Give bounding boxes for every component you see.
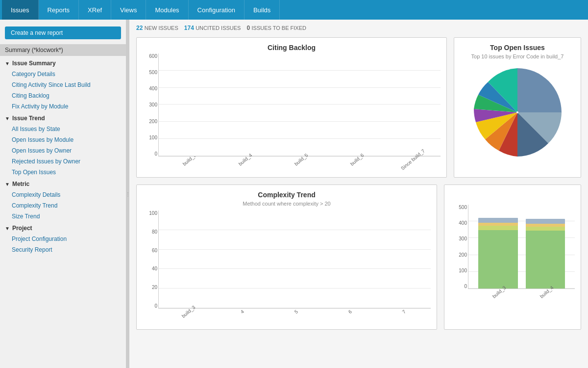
main-area: Create a new report Summary (*klocwork*)…	[0, 20, 588, 368]
sb-y-0: 0	[464, 284, 467, 289]
expand-icon: ▼	[5, 61, 10, 66]
sb-seg-green-3	[478, 230, 518, 289]
sidebar-section-header-project[interactable]: ▼Project	[0, 223, 126, 234]
ct-y-label-20: 20	[152, 285, 157, 290]
new-issues-stat: 22 NEW ISSUES	[136, 25, 178, 31]
svg-point-0	[516, 111, 518, 113]
ct-x-build-4: 4	[216, 309, 265, 323]
sb-y-400: 400	[459, 220, 467, 226]
to-fix-count: 0	[246, 25, 250, 31]
sidebar-item-project-configuration[interactable]: Project Configuration	[0, 234, 126, 244]
top-open-issues-chart: Top Open Issues Top 10 issues by Error C…	[454, 37, 581, 178]
y-label-400: 400	[149, 86, 157, 91]
sb-seg-green-4	[526, 231, 565, 289]
sidebar-item-complexity-details[interactable]: Complexity Details	[0, 189, 126, 200]
sidebar-item-top-open-issues[interactable]: Top Open Issues	[0, 167, 126, 178]
ct-y-label-100: 100	[149, 210, 157, 216]
ct-x-build-7: 7	[378, 309, 427, 323]
sidebar-section-issue-trend: ▼Issue TrendAll Issues by StateOpen Issu…	[0, 113, 126, 178]
sb-bar-3	[478, 218, 518, 289]
expand-icon: ▼	[5, 116, 10, 121]
y-label-500: 500	[149, 70, 157, 75]
complexity-trend-subtitle: Method count where complexity > 20	[143, 201, 431, 207]
charts-row-2: Complexity Trend Method count where comp…	[136, 184, 581, 330]
sidebar-item-security-report[interactable]: Security Report	[0, 244, 126, 255]
ct-x-build-3: build_3	[162, 309, 211, 323]
ct-y-label-60: 60	[152, 248, 157, 253]
complexity-trend-title: Complexity Trend	[143, 191, 431, 199]
ct-y-label-0: 0	[154, 303, 157, 309]
issue-bar: 22 NEW ISSUES 174 UNCITED ISSUES 0 ISSUE…	[136, 25, 581, 31]
sb-seg-yellow-3	[478, 226, 518, 230]
sidebar-item-open-issues-by-owner[interactable]: Open Issues by Owner	[0, 145, 126, 156]
app-wrapper: IssuesReportsXRefViewsModulesConfigurati…	[0, 0, 588, 368]
new-issues-label: NEW ISSUES	[145, 25, 178, 31]
sb-y-100: 100	[459, 268, 467, 273]
sb-bar-4	[526, 219, 565, 289]
sidebar-section-header-issue-summary[interactable]: ▼Issue Summary	[0, 58, 126, 69]
citing-backlog-chart: Citing Backlog 600 500 400 300 200 100 0	[136, 37, 447, 178]
sidebar-item-citing-backlog[interactable]: Citing Backlog	[0, 90, 126, 101]
ct-y-label-80: 80	[152, 229, 157, 235]
sb-y-200: 200	[459, 252, 467, 258]
sidebar-section-header-metric[interactable]: ▼Metric	[0, 179, 126, 189]
y-label-200: 200	[149, 119, 157, 124]
nav-tab-reports[interactable]: Reports	[39, 0, 79, 20]
sb-seg-yellow-4	[526, 227, 565, 231]
pie-chart-svg	[468, 63, 566, 161]
top-open-issues-title: Top Open Issues	[460, 44, 575, 52]
ct-x-build-5: 5	[270, 309, 319, 323]
sb-y-500: 500	[459, 205, 467, 210]
ct-y-label-40: 40	[152, 266, 157, 271]
sidebar-item-all-issues-by-state[interactable]: All Issues by State	[0, 124, 126, 134]
sb-seg-blue-3	[478, 218, 518, 223]
nav-tab-builds[interactable]: Builds	[245, 0, 280, 20]
sidebar-section-metric: ▼MetricComplexity DetailsComplexity Tren…	[0, 179, 126, 222]
citing-backlog-title: Citing Backlog	[143, 44, 441, 52]
sidebar-summary: Summary (*klocwork*)	[0, 44, 126, 56]
ct-x-build-6: 6	[324, 309, 373, 323]
x-label-build-4: build_4	[218, 157, 269, 171]
x-label-build-5: build_5	[274, 157, 325, 171]
top-open-issues-subtitle: Top 10 issues by Error Code in build_7	[460, 53, 575, 59]
sidebar-item-open-issues-by-module[interactable]: Open Issues by Module	[0, 134, 126, 145]
uncited-label: UNCITED ISSUES	[196, 25, 241, 31]
x-label-build-6: build_6	[330, 157, 381, 171]
create-report-button[interactable]: Create a new report	[5, 26, 121, 39]
sidebar-item-rejected-issues-by-owner[interactable]: Rejected Issues by Owner	[0, 156, 126, 167]
sb-seg-blue-4	[526, 219, 565, 224]
charts-row-1: Citing Backlog 600 500 400 300 200 100 0	[136, 37, 581, 178]
to-fix-label: ISSUES TO BE FIXED	[251, 25, 306, 31]
expand-icon: ▼	[5, 226, 10, 231]
nav-tab-issues[interactable]: Issues	[2, 0, 39, 20]
main-content: 22 NEW ISSUES 174 UNCITED ISSUES 0 ISSUE…	[129, 20, 588, 368]
stacked-bar-chart: 500 400 300 200 100 0	[444, 184, 581, 330]
sidebar-item-complexity-trend[interactable]: Complexity Trend	[0, 200, 126, 211]
sidebar-item-size-trend[interactable]: Size Trend	[0, 211, 126, 222]
nav-tab-views[interactable]: Views	[111, 0, 146, 20]
sidebar-item-fix-activity-by-module[interactable]: Fix Activity by Module	[0, 101, 126, 112]
nav-tab-modules[interactable]: Modules	[146, 0, 188, 20]
x-label-since-build-7: Since build_7	[386, 157, 437, 171]
expand-icon: ▼	[5, 182, 10, 187]
y-label-300: 300	[149, 102, 157, 107]
sb-y-300: 300	[459, 236, 467, 241]
sidebar-item-category-details[interactable]: Category Details	[0, 69, 126, 79]
sidebar-section-header-issue-trend[interactable]: ▼Issue Trend	[0, 113, 126, 124]
nav-tab-configuration[interactable]: Configuration	[189, 0, 245, 20]
sidebar-item-citing-activity-since-last-build[interactable]: Citing Activity Since Last Build	[0, 79, 126, 90]
sidebar-section-issue-summary: ▼Issue SummaryCategory DetailsCiting Act…	[0, 58, 126, 112]
y-label-0: 0	[154, 151, 157, 157]
sidebar-section-project: ▼ProjectProject ConfigurationSecurity Re…	[0, 223, 126, 255]
x-label-build-3: build_3	[162, 157, 213, 171]
uncited-count: 174	[184, 25, 194, 31]
y-label-100: 100	[149, 135, 157, 140]
to-fix-stat: 0 ISSUES TO BE FIXED	[246, 25, 306, 31]
nav-tab-xref[interactable]: XRef	[79, 0, 111, 20]
top-nav: IssuesReportsXRefViewsModulesConfigurati…	[0, 0, 588, 20]
uncited-stat: 174 UNCITED ISSUES	[184, 25, 241, 31]
sb-x-build-3: build_3	[478, 289, 517, 304]
y-label-600: 600	[149, 53, 157, 59]
sb-x-build-4: build_4	[525, 289, 565, 304]
new-issues-count: 22	[136, 25, 143, 31]
